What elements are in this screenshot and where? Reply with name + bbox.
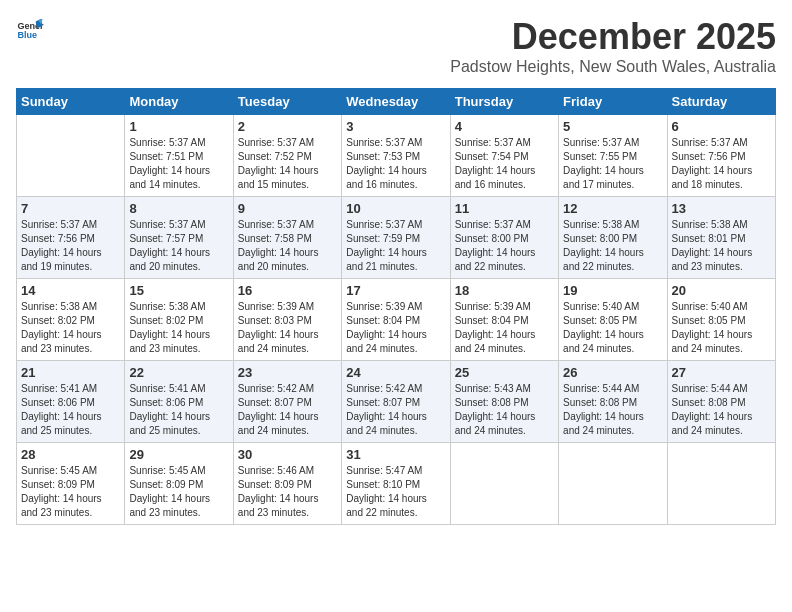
day-info: Sunrise: 5:38 AMSunset: 8:02 PMDaylight:… xyxy=(129,300,228,356)
calendar-cell: 22Sunrise: 5:41 AMSunset: 8:06 PMDayligh… xyxy=(125,361,233,443)
day-number: 2 xyxy=(238,119,337,134)
calendar-cell: 14Sunrise: 5:38 AMSunset: 8:02 PMDayligh… xyxy=(17,279,125,361)
calendar-cell: 25Sunrise: 5:43 AMSunset: 8:08 PMDayligh… xyxy=(450,361,558,443)
day-number: 26 xyxy=(563,365,662,380)
day-info: Sunrise: 5:37 AMSunset: 7:53 PMDaylight:… xyxy=(346,136,445,192)
week-row-1: 1Sunrise: 5:37 AMSunset: 7:51 PMDaylight… xyxy=(17,115,776,197)
day-info: Sunrise: 5:38 AMSunset: 8:00 PMDaylight:… xyxy=(563,218,662,274)
day-info: Sunrise: 5:45 AMSunset: 8:09 PMDaylight:… xyxy=(21,464,120,520)
day-number: 30 xyxy=(238,447,337,462)
header-day-friday: Friday xyxy=(559,89,667,115)
logo: General Blue xyxy=(16,16,44,44)
day-number: 4 xyxy=(455,119,554,134)
calendar-cell: 1Sunrise: 5:37 AMSunset: 7:51 PMDaylight… xyxy=(125,115,233,197)
day-info: Sunrise: 5:46 AMSunset: 8:09 PMDaylight:… xyxy=(238,464,337,520)
day-number: 23 xyxy=(238,365,337,380)
day-number: 21 xyxy=(21,365,120,380)
calendar-cell xyxy=(559,443,667,525)
svg-text:Blue: Blue xyxy=(17,30,37,40)
calendar-subtitle: Padstow Heights, New South Wales, Austra… xyxy=(450,58,776,76)
calendar-title: December 2025 xyxy=(450,16,776,58)
header-day-thursday: Thursday xyxy=(450,89,558,115)
day-number: 12 xyxy=(563,201,662,216)
day-info: Sunrise: 5:39 AMSunset: 8:04 PMDaylight:… xyxy=(455,300,554,356)
day-number: 8 xyxy=(129,201,228,216)
calendar-cell: 31Sunrise: 5:47 AMSunset: 8:10 PMDayligh… xyxy=(342,443,450,525)
day-info: Sunrise: 5:41 AMSunset: 8:06 PMDaylight:… xyxy=(129,382,228,438)
day-number: 5 xyxy=(563,119,662,134)
day-number: 27 xyxy=(672,365,771,380)
day-number: 19 xyxy=(563,283,662,298)
header-day-sunday: Sunday xyxy=(17,89,125,115)
header-day-wednesday: Wednesday xyxy=(342,89,450,115)
day-info: Sunrise: 5:42 AMSunset: 8:07 PMDaylight:… xyxy=(238,382,337,438)
day-number: 6 xyxy=(672,119,771,134)
day-info: Sunrise: 5:47 AMSunset: 8:10 PMDaylight:… xyxy=(346,464,445,520)
day-number: 29 xyxy=(129,447,228,462)
calendar-cell: 27Sunrise: 5:44 AMSunset: 8:08 PMDayligh… xyxy=(667,361,775,443)
calendar-cell: 20Sunrise: 5:40 AMSunset: 8:05 PMDayligh… xyxy=(667,279,775,361)
calendar-cell: 17Sunrise: 5:39 AMSunset: 8:04 PMDayligh… xyxy=(342,279,450,361)
day-info: Sunrise: 5:44 AMSunset: 8:08 PMDaylight:… xyxy=(672,382,771,438)
day-number: 16 xyxy=(238,283,337,298)
calendar-cell: 3Sunrise: 5:37 AMSunset: 7:53 PMDaylight… xyxy=(342,115,450,197)
day-number: 25 xyxy=(455,365,554,380)
day-number: 15 xyxy=(129,283,228,298)
header-day-saturday: Saturday xyxy=(667,89,775,115)
calendar-cell: 18Sunrise: 5:39 AMSunset: 8:04 PMDayligh… xyxy=(450,279,558,361)
day-info: Sunrise: 5:37 AMSunset: 7:56 PMDaylight:… xyxy=(21,218,120,274)
day-number: 10 xyxy=(346,201,445,216)
day-info: Sunrise: 5:44 AMSunset: 8:08 PMDaylight:… xyxy=(563,382,662,438)
day-info: Sunrise: 5:37 AMSunset: 7:54 PMDaylight:… xyxy=(455,136,554,192)
day-number: 18 xyxy=(455,283,554,298)
day-number: 3 xyxy=(346,119,445,134)
logo-icon: General Blue xyxy=(16,16,44,44)
day-info: Sunrise: 5:42 AMSunset: 8:07 PMDaylight:… xyxy=(346,382,445,438)
calendar-cell: 23Sunrise: 5:42 AMSunset: 8:07 PMDayligh… xyxy=(233,361,341,443)
title-block: December 2025 Padstow Heights, New South… xyxy=(450,16,776,84)
calendar-cell: 15Sunrise: 5:38 AMSunset: 8:02 PMDayligh… xyxy=(125,279,233,361)
calendar-table: SundayMondayTuesdayWednesdayThursdayFrid… xyxy=(16,88,776,525)
calendar-cell: 8Sunrise: 5:37 AMSunset: 7:57 PMDaylight… xyxy=(125,197,233,279)
week-row-5: 28Sunrise: 5:45 AMSunset: 8:09 PMDayligh… xyxy=(17,443,776,525)
header-day-tuesday: Tuesday xyxy=(233,89,341,115)
day-number: 7 xyxy=(21,201,120,216)
day-info: Sunrise: 5:37 AMSunset: 7:51 PMDaylight:… xyxy=(129,136,228,192)
day-number: 20 xyxy=(672,283,771,298)
calendar-cell: 24Sunrise: 5:42 AMSunset: 8:07 PMDayligh… xyxy=(342,361,450,443)
day-info: Sunrise: 5:39 AMSunset: 8:03 PMDaylight:… xyxy=(238,300,337,356)
calendar-cell xyxy=(17,115,125,197)
day-number: 31 xyxy=(346,447,445,462)
day-info: Sunrise: 5:37 AMSunset: 7:52 PMDaylight:… xyxy=(238,136,337,192)
calendar-cell: 2Sunrise: 5:37 AMSunset: 7:52 PMDaylight… xyxy=(233,115,341,197)
day-number: 13 xyxy=(672,201,771,216)
calendar-cell: 19Sunrise: 5:40 AMSunset: 8:05 PMDayligh… xyxy=(559,279,667,361)
day-info: Sunrise: 5:39 AMSunset: 8:04 PMDaylight:… xyxy=(346,300,445,356)
calendar-cell: 6Sunrise: 5:37 AMSunset: 7:56 PMDaylight… xyxy=(667,115,775,197)
day-number: 24 xyxy=(346,365,445,380)
day-info: Sunrise: 5:38 AMSunset: 8:01 PMDaylight:… xyxy=(672,218,771,274)
day-number: 11 xyxy=(455,201,554,216)
calendar-cell: 10Sunrise: 5:37 AMSunset: 7:59 PMDayligh… xyxy=(342,197,450,279)
header-day-monday: Monday xyxy=(125,89,233,115)
calendar-cell: 11Sunrise: 5:37 AMSunset: 8:00 PMDayligh… xyxy=(450,197,558,279)
calendar-cell: 21Sunrise: 5:41 AMSunset: 8:06 PMDayligh… xyxy=(17,361,125,443)
day-info: Sunrise: 5:41 AMSunset: 8:06 PMDaylight:… xyxy=(21,382,120,438)
calendar-cell: 5Sunrise: 5:37 AMSunset: 7:55 PMDaylight… xyxy=(559,115,667,197)
day-info: Sunrise: 5:37 AMSunset: 7:58 PMDaylight:… xyxy=(238,218,337,274)
day-info: Sunrise: 5:37 AMSunset: 7:59 PMDaylight:… xyxy=(346,218,445,274)
week-row-4: 21Sunrise: 5:41 AMSunset: 8:06 PMDayligh… xyxy=(17,361,776,443)
day-info: Sunrise: 5:37 AMSunset: 8:00 PMDaylight:… xyxy=(455,218,554,274)
day-number: 22 xyxy=(129,365,228,380)
day-number: 17 xyxy=(346,283,445,298)
day-info: Sunrise: 5:37 AMSunset: 7:56 PMDaylight:… xyxy=(672,136,771,192)
calendar-cell xyxy=(667,443,775,525)
day-info: Sunrise: 5:37 AMSunset: 7:55 PMDaylight:… xyxy=(563,136,662,192)
calendar-cell: 29Sunrise: 5:45 AMSunset: 8:09 PMDayligh… xyxy=(125,443,233,525)
day-number: 1 xyxy=(129,119,228,134)
calendar-cell: 16Sunrise: 5:39 AMSunset: 8:03 PMDayligh… xyxy=(233,279,341,361)
calendar-cell: 12Sunrise: 5:38 AMSunset: 8:00 PMDayligh… xyxy=(559,197,667,279)
calendar-cell: 9Sunrise: 5:37 AMSunset: 7:58 PMDaylight… xyxy=(233,197,341,279)
day-info: Sunrise: 5:40 AMSunset: 8:05 PMDaylight:… xyxy=(563,300,662,356)
day-number: 9 xyxy=(238,201,337,216)
